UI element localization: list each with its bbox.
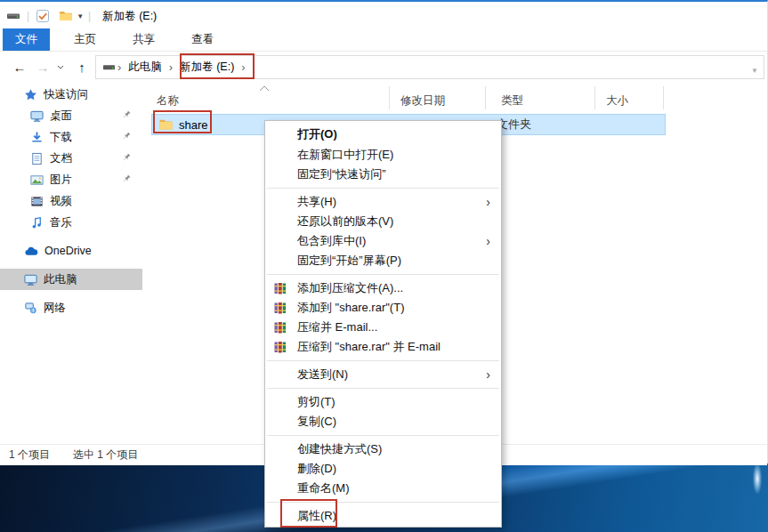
sidebar-item-this-pc[interactable]: 此电脑 <box>0 269 142 290</box>
drive-icon <box>102 60 116 74</box>
wallpaper-light-beam <box>753 463 762 494</box>
chevron-right-icon: › <box>116 60 123 74</box>
column-divider[interactable] <box>485 86 486 109</box>
menu-separator <box>267 188 499 189</box>
folder-icon[interactable] <box>57 7 75 25</box>
download-icon <box>30 131 44 144</box>
network-icon <box>24 302 37 315</box>
menu-item-add-to-share-rar[interactable]: 添加到 "share.rar"(T) <box>265 298 501 318</box>
menu-item-pin-to-start[interactable]: 固定到“开始”屏幕(P) <box>265 251 501 270</box>
recent-locations-dropdown-icon[interactable] <box>53 52 68 82</box>
column-header-type[interactable]: 类型 <box>501 84 523 112</box>
status-item-count: 1 个项目 <box>9 447 50 463</box>
annotation-box-breadcrumb <box>180 53 255 79</box>
column-header-name[interactable]: 名称 <box>157 84 179 112</box>
menu-item-open-in-new-window[interactable]: 在新窗口中打开(E) <box>265 145 501 165</box>
screen: | ▼ | 新加卷 (E:) 文件 主页 共享 查看 ← → ↑ <box>0 0 768 532</box>
menu-separator <box>267 435 499 436</box>
winrar-icon <box>273 301 287 315</box>
drive-icon[interactable] <box>4 7 22 25</box>
menu-item-restore-previous-versions[interactable]: 还原以前的版本(V) <box>265 212 501 231</box>
sort-ascending-icon <box>259 85 270 92</box>
winrar-icon <box>273 340 287 354</box>
menu-item-create-shortcut[interactable]: 创建快捷方式(S) <box>265 439 501 459</box>
pin-icon <box>121 131 132 141</box>
annotation-box-share-folder <box>153 110 212 133</box>
column-divider[interactable] <box>389 86 390 109</box>
back-button[interactable]: ← <box>9 52 30 82</box>
sidebar-item-downloads[interactable]: 下载 <box>0 126 142 148</box>
spacer <box>0 262 142 269</box>
spacer <box>0 233 142 240</box>
status-selected-count: 选中 1 个项目 <box>73 447 138 463</box>
divider: | <box>88 10 91 22</box>
address-bar-row: ← → ↑ › 此电脑 › 新加卷 (E:) › ▼ <box>0 52 767 82</box>
submenu-arrow-icon: › <box>486 195 490 209</box>
menu-item-cut[interactable]: 剪切(T) <box>265 392 501 412</box>
forward-button[interactable]: → <box>32 52 53 82</box>
menu-item-pin-to-quick-access[interactable]: 固定到“快速访问” <box>265 165 501 184</box>
menu-item-copy[interactable]: 复制(C) <box>265 412 501 431</box>
menu-separator <box>267 388 499 389</box>
title-bar: | ▼ | 新加卷 (E:) <box>0 4 767 28</box>
sidebar-item-music[interactable]: 音乐 <box>0 212 142 233</box>
music-icon <box>30 216 44 230</box>
sidebar-item-videos[interactable]: 视频 <box>0 190 142 212</box>
up-button[interactable]: ↑ <box>71 52 93 82</box>
menu-separator <box>267 360 499 361</box>
annotation-box-properties <box>280 499 337 528</box>
menu-item-compress-to-share-rar-and-email[interactable]: 压缩到 "share.rar" 并 E-mail <box>265 337 501 357</box>
menu-item-share[interactable]: 共享(H)› <box>265 192 501 212</box>
spacer <box>0 290 142 297</box>
winrar-icon <box>273 320 287 335</box>
desktop-icon <box>30 109 44 123</box>
column-header-date-modified[interactable]: 修改日期 <box>400 84 445 112</box>
winrar-icon <box>273 281 287 295</box>
sidebar-item-network[interactable]: 网络 <box>0 297 142 318</box>
divider: | <box>27 10 29 22</box>
pin-icon <box>121 109 132 120</box>
sidebar-item-documents[interactable]: 文档 <box>0 148 142 169</box>
menu-item-add-to-archive[interactable]: 添加到压缩文件(A)... <box>265 278 501 298</box>
navigation-pane: 快速访问 桌面 下载 文档 图片 <box>0 84 142 444</box>
context-menu: 打开(O) 在新窗口中打开(E) 固定到“快速访问” 共享(H)› 还原以前的版… <box>264 120 502 528</box>
tab-view[interactable]: 查看 <box>179 28 226 51</box>
tab-share[interactable]: 共享 <box>120 28 167 51</box>
menu-item-include-in-library[interactable]: 包含到库中(I)› <box>265 231 501 251</box>
tab-file[interactable]: 文件 <box>3 28 50 51</box>
sidebar-item-quick-access[interactable]: 快速访问 <box>0 84 142 105</box>
window-title: 新加卷 (E:) <box>102 9 157 24</box>
sidebar-item-pictures[interactable]: 图片 <box>0 169 142 190</box>
pin-icon <box>121 152 132 163</box>
submenu-arrow-icon: › <box>486 234 490 248</box>
submenu-arrow-icon: › <box>486 367 490 382</box>
qat-dropdown-icon[interactable]: ▼ <box>77 12 84 20</box>
menu-item-rename[interactable]: 重命名(M) <box>265 479 501 498</box>
sidebar-item-onedrive[interactable]: OneDrive <box>0 240 142 262</box>
column-divider[interactable] <box>663 86 664 109</box>
tab-home[interactable]: 主页 <box>61 28 109 51</box>
breadcrumb-this-pc[interactable]: 此电脑 <box>123 60 167 75</box>
address-dropdown-icon[interactable]: ▼ <box>751 67 758 75</box>
ribbon-tab-bar: 文件 主页 共享 查看 <box>0 28 767 52</box>
column-divider[interactable] <box>594 86 595 109</box>
menu-item-send-to[interactable]: 发送到(N)› <box>265 365 501 384</box>
pin-icon <box>121 173 132 184</box>
column-header-size[interactable]: 大小 <box>606 84 628 112</box>
computer-icon <box>24 273 37 286</box>
menu-item-open[interactable]: 打开(O) <box>265 123 501 145</box>
document-icon <box>30 152 44 165</box>
onedrive-cloud-icon <box>24 245 38 258</box>
menu-item-delete[interactable]: 删除(D) <box>265 459 501 479</box>
sidebar-item-desktop[interactable]: 桌面 <box>0 105 142 126</box>
videos-icon <box>30 195 44 208</box>
quick-access-star-icon <box>24 88 37 101</box>
menu-item-compress-and-email[interactable]: 压缩并 E-mail... <box>265 318 501 337</box>
pictures-icon <box>30 173 44 187</box>
properties-check-icon[interactable] <box>34 7 52 25</box>
chevron-right-icon: › <box>167 60 174 74</box>
menu-separator <box>267 274 499 275</box>
